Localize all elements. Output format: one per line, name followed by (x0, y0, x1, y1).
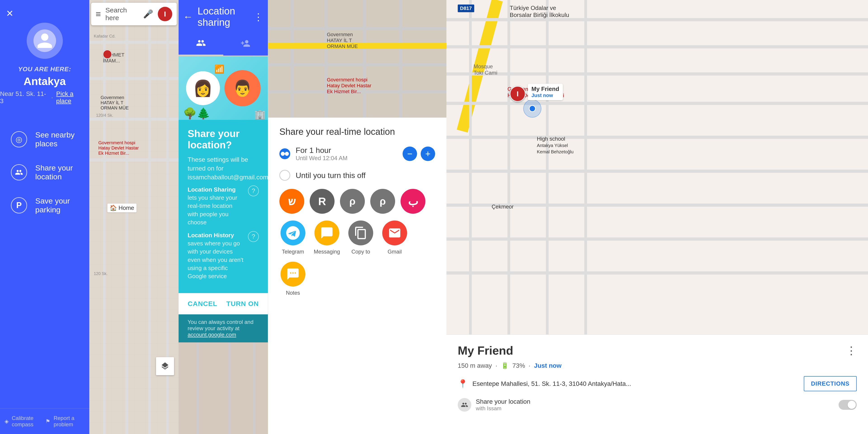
nearby-icon: ◎ (11, 131, 27, 147)
menu-item-nearby[interactable]: ◎ See nearby places (0, 123, 89, 156)
realtime-title: Share your real-time location (279, 127, 435, 137)
road-h3 (89, 118, 179, 121)
cekmeor-label: Çekmeor (492, 204, 514, 210)
distance-text: 150 m away (458, 362, 492, 369)
you-are-here-label: YOU ARE HERE: (18, 65, 71, 73)
pin-name: My Friend (531, 86, 559, 92)
share-location-icon (11, 164, 27, 180)
decrease-button[interactable]: − (403, 147, 417, 161)
close-button[interactable]: × (6, 6, 13, 20)
share-toggle[interactable] (839, 400, 857, 410)
left-sidebar: × YOU ARE HERE: Antakya Near 51. Sk. 11-… (0, 0, 89, 434)
calibrate-compass-link[interactable]: ◈ Calibrate compass (4, 415, 45, 428)
man-figure-icon: 👨 (232, 79, 252, 97)
radio-inner (281, 152, 285, 156)
current-location-name: Antakya (24, 75, 66, 88)
messaging-icon (314, 221, 339, 245)
menu-item-share[interactable]: Share your location (0, 156, 89, 189)
feature-location-history: Location History saves where you go with… (188, 231, 259, 281)
road-v1 (103, 0, 105, 434)
separator: · (51, 94, 53, 101)
road-h1 (89, 41, 179, 44)
battery-icon: 🔋 (501, 362, 509, 369)
map-right-background: Türkiye Odalar veBorsalar Birliği İlkoku… (446, 0, 868, 434)
road-v2 (125, 0, 128, 434)
home-label: 🏠 Home (107, 204, 136, 212)
map-pin-icon (103, 50, 112, 59)
option-2-label: Until you turn this off (296, 171, 435, 180)
turn-on-button[interactable]: TURN ON (226, 298, 259, 310)
layers-button[interactable] (156, 357, 174, 375)
map-background: Kafadar Cd. 120/4 Sk. 120 Sk. MEHMETİMAM… (89, 0, 179, 434)
option-1-hour: For 1 hour Until Wed 12:04 AM − + (279, 146, 435, 162)
option-2-text: Until you turn this off (296, 171, 435, 180)
location-sharing-help-icon[interactable]: ? (248, 185, 259, 196)
contact-1[interactable]: ש (279, 189, 304, 214)
account-link[interactable]: account.google.com (188, 331, 236, 338)
road-label-1: Kafadar Cd. (94, 34, 116, 39)
prev-road-v2 (324, 0, 328, 118)
dialog-title: Share your location? (188, 128, 259, 151)
account-text: You can always control and review your a… (188, 319, 253, 331)
option-indefinite: Until you turn this off (279, 170, 435, 181)
app-gmail[interactable]: Gmail (381, 221, 408, 255)
option-1-label: For 1 hour (296, 146, 397, 155)
prev-road-v4 (399, 0, 402, 118)
pin-just-now: Just now (531, 92, 553, 98)
radio-1-hour[interactable] (279, 148, 290, 159)
contact-2[interactable]: R (310, 189, 335, 214)
road-h2 (89, 77, 179, 80)
info-card: My Friend ⋮ 150 m away · 🔋 73% · Just no… (446, 335, 868, 434)
more-options-button[interactable]: ⋮ (846, 344, 857, 357)
notes-label: Notes (286, 290, 300, 296)
radio-indefinite[interactable] (279, 170, 290, 181)
menu-item-parking[interactable]: P Save your parking (0, 189, 89, 222)
app-messaging[interactable]: Messaging (313, 221, 340, 255)
bullet-sep: · (495, 362, 497, 369)
copyto-icon (348, 221, 373, 245)
prev-road-v3 (363, 0, 366, 118)
app-copyto[interactable]: Copy to (347, 221, 374, 255)
pin-time: Just now (531, 92, 559, 98)
cancel-button[interactable]: CANCEL (188, 298, 217, 310)
feature-sharing-bold: Location Sharing (188, 186, 236, 193)
gmail-label: Gmail (388, 249, 402, 255)
contact-3[interactable]: ρ (340, 189, 365, 214)
user-avatar-small[interactable]: I (158, 7, 172, 21)
apps-row: Telegram Messaging Copy to (279, 221, 435, 296)
mic-icon[interactable]: 🎤 (143, 9, 153, 19)
menu-items-list: ◎ See nearby places Share your location … (0, 123, 89, 222)
parking-icon: P (11, 197, 27, 213)
dialog-illustration: 👩 📶 👨 🌳 🌲 🏢 (179, 57, 268, 120)
increase-button[interactable]: + (421, 147, 435, 161)
right-map-panel: Türkiye Odalar veBorsalar Birliği İlkoku… (446, 0, 868, 434)
dialog-account-info: You can always control and review your a… (179, 314, 268, 342)
directions-button[interactable]: DIRECTIONS (804, 376, 857, 391)
share-location-icon (458, 398, 471, 412)
contacts-row: ש R ρ ρ ب (279, 189, 435, 214)
contact-5[interactable]: ب (401, 189, 426, 214)
app-notes[interactable]: Notes (279, 262, 307, 296)
hamburger-menu-icon[interactable]: ≡ (96, 9, 101, 19)
contact-4[interactable]: ρ (370, 189, 395, 214)
feature-history-bold: Location History (188, 232, 234, 239)
flag-icon: ⚑ (45, 418, 51, 425)
option-1-controls: − + (403, 147, 435, 161)
mehmet-label: MEHMETİMAM... (103, 52, 124, 64)
report-problem-link[interactable]: ⚑ Report a problem (45, 415, 85, 428)
telegram-label: Telegram (282, 249, 304, 255)
app-telegram[interactable]: Telegram (279, 221, 307, 255)
realtime-sharing-panel: GovernmenHATAY İL TORMAN MÜE Government … (268, 0, 446, 434)
address-row: 📍 Esentepe Mahallesi, 51. Sk. 11-3, 3104… (458, 376, 857, 391)
pick-place-link[interactable]: Pick a place (56, 90, 89, 105)
address-text: Esentepe Mahallesi, 51. Sk. 11-3, 31040 … (472, 380, 799, 387)
road-h4 (89, 158, 179, 162)
map-search-panel: ≡ Search here 🎤 I Kafadar Cd. 120/4 Sk. … (89, 0, 179, 434)
location-history-help-icon[interactable]: ? (248, 231, 259, 242)
gov-hospital-label2: Government hospiHatay Devlet HastarEk Hi… (98, 140, 139, 156)
feature-history-desc: saves where you go with your devices eve… (188, 240, 243, 280)
compass-icon: ◈ (4, 418, 8, 425)
user-avatar-icon (33, 29, 56, 52)
dialog-overlay: 👩 📶 👨 🌳 🌲 🏢 Share your location? These s… (179, 0, 268, 434)
telegram-icon (281, 221, 305, 245)
